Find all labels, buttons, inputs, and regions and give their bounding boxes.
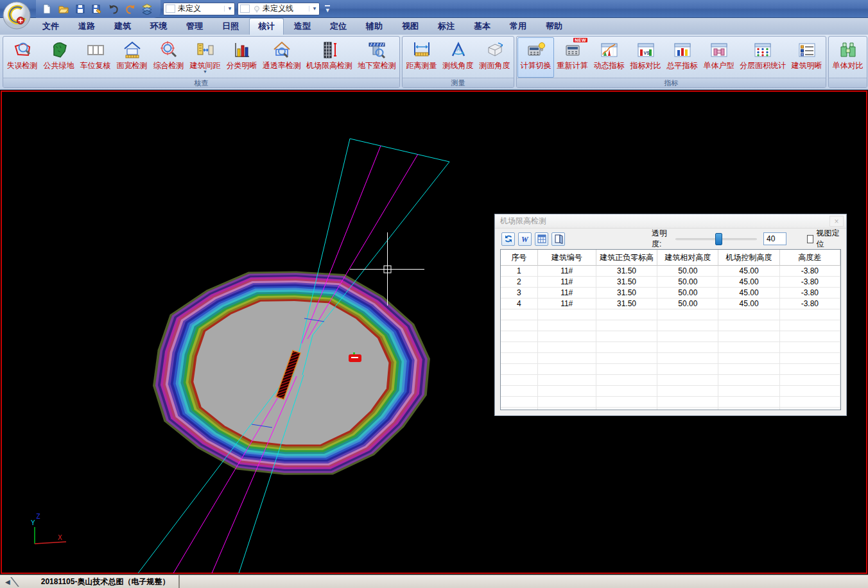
- menu-tab-辅助[interactable]: 辅助: [357, 18, 392, 35]
- ribbon-button-单体对比[interactable]: 单体对比: [829, 37, 866, 78]
- ribbon-button-距离测量[interactable]: 距离测量: [403, 37, 440, 78]
- chevron-down-icon[interactable]: ▼: [309, 6, 317, 12]
- ribbon-button-label: 综合检测: [153, 61, 184, 70]
- export-view-button[interactable]: [551, 232, 565, 246]
- redo-icon[interactable]: [123, 2, 137, 16]
- ribbon-button-地下室检测[interactable]: 地下室检测: [355, 37, 399, 78]
- export-excel-button[interactable]: [535, 232, 548, 246]
- column-header: 建筑编号: [538, 250, 596, 266]
- dialog-tool-buttons: W: [501, 232, 568, 246]
- ribbon-button-label: 公共绿地: [44, 61, 74, 70]
- dialog-title-bar[interactable]: 机场限高检测 ×: [495, 214, 846, 229]
- ribbon-button-失误检测[interactable]: 失误检测: [4, 37, 40, 78]
- ribbon-button-label: 车位复核: [80, 61, 111, 70]
- chevron-down-icon[interactable]: ▼: [224, 6, 232, 12]
- save-icon[interactable]: [73, 2, 87, 16]
- table-empty-row[interactable]: [501, 408, 840, 410]
- customize-toolbar-button[interactable]: ▼: [325, 5, 331, 13]
- table-empty-row[interactable]: [501, 309, 840, 320]
- table-empty-row[interactable]: [501, 397, 840, 408]
- ribbon-button-指标对比[interactable]: VS指标对比: [627, 37, 664, 78]
- ribbon-button-综合检测[interactable]: 综合检测: [150, 37, 187, 78]
- layer-combo[interactable]: 未定义 ▼: [163, 3, 235, 15]
- viewport-locate-checkbox[interactable]: 视图定位: [807, 228, 840, 250]
- export-word-button[interactable]: W: [518, 232, 532, 246]
- table-cell: 11#: [538, 298, 596, 309]
- composite-check-icon: [159, 40, 178, 60]
- linetype-combo[interactable]: 未定义线 ▼: [238, 3, 320, 15]
- ribbon-button-动态指标[interactable]: 动态指标: [591, 37, 627, 78]
- menu-tab-日照[interactable]: 日照: [213, 18, 248, 35]
- menu-tab-常用[interactable]: 常用: [501, 18, 535, 35]
- table-cell: [501, 364, 538, 375]
- menu-tab-造型[interactable]: 造型: [285, 18, 320, 35]
- ribbon-button-label: 失误检测: [7, 61, 38, 70]
- ribbon-button-机场限高检测[interactable]: 机场限高检测: [304, 37, 355, 78]
- table-row[interactable]: 111#31.5050.0045.00-3.80: [501, 266, 840, 277]
- table-row[interactable]: 311#31.5050.0045.00-3.80: [501, 288, 840, 298]
- table-empty-row[interactable]: [501, 331, 840, 342]
- open-folder-icon[interactable]: [56, 2, 71, 16]
- table-empty-row[interactable]: [501, 342, 840, 353]
- refresh-button[interactable]: [501, 232, 515, 246]
- svg-text:VS: VS: [643, 51, 650, 55]
- table-row[interactable]: 411#31.5050.0045.00-3.80: [501, 298, 840, 309]
- menu-tab-bar: 文件道路建筑环境管理日照核计造型定位辅助视图标注基本常用帮助: [0, 18, 868, 35]
- menu-tab-环境[interactable]: 环境: [141, 18, 176, 35]
- table-cell: [718, 320, 779, 331]
- layers-icon[interactable]: [140, 2, 154, 16]
- ribbon-button-通透率检测[interactable]: 通透率检测: [260, 37, 304, 78]
- drawing-tab[interactable]: 20181105-奥山技术总图（电子规整）: [32, 575, 180, 588]
- ribbon-button-公共绿地[interactable]: 公共绿地: [40, 37, 77, 78]
- close-icon[interactable]: ×: [829, 216, 844, 227]
- ribbon-button-重新计算[interactable]: 重新计算NEW: [554, 37, 591, 78]
- menu-tab-建筑[interactable]: 建筑: [105, 18, 140, 35]
- table-cell: 45.00: [718, 288, 779, 298]
- ribbon-group-label: [829, 78, 867, 87]
- slider-thumb[interactable]: [715, 233, 722, 245]
- ribbon-button-车位复核[interactable]: 车位复核: [77, 37, 114, 78]
- ribbon-button-总平指标[interactable]: 总平指标: [664, 37, 700, 78]
- opacity-input[interactable]: [763, 232, 786, 245]
- menu-tab-文件[interactable]: 文件: [33, 18, 68, 35]
- ribbon-button-面宽检测[interactable]: 面宽检测: [114, 37, 150, 78]
- ribbon-button-建筑间距[interactable]: 建筑间距▼: [187, 37, 223, 78]
- status-bar: ◀ 20181105-奥山技术总图（电子规整）: [0, 575, 868, 588]
- tab-scroll-left-icon[interactable]: ◀: [5, 578, 10, 585]
- ribbon-button-建筑明晰[interactable]: 建筑明晰: [788, 37, 825, 78]
- menu-tab-标注[interactable]: 标注: [429, 18, 464, 35]
- checkbox-box[interactable]: [807, 235, 813, 243]
- table-cell: [780, 408, 840, 410]
- table-cell: [596, 408, 657, 410]
- table-empty-row[interactable]: [501, 320, 840, 331]
- app-logo-button[interactable]: [2, 1, 31, 30]
- menu-tab-定位[interactable]: 定位: [321, 18, 356, 35]
- save-as-icon[interactable]: [90, 2, 104, 16]
- table-empty-row[interactable]: [501, 364, 840, 375]
- undo-icon[interactable]: [107, 2, 121, 16]
- menu-tab-视图[interactable]: 视图: [393, 18, 428, 35]
- menu-tab-管理[interactable]: 管理: [177, 18, 212, 35]
- ribbon-button-测面角度[interactable]: 测面角度: [476, 37, 513, 78]
- ribbon-button-测线角度[interactable]: A测线角度: [440, 37, 476, 78]
- menu-tab-核计[interactable]: 核计: [249, 18, 284, 35]
- menu-tab-道路[interactable]: 道路: [69, 18, 104, 35]
- opacity-label: 透明度:: [652, 228, 672, 250]
- ribbon-button-分类明晰[interactable]: 分类明晰: [223, 37, 260, 78]
- svg-text:W: W: [521, 235, 529, 244]
- ribbon-button-label: 单体对比: [833, 61, 864, 70]
- table-empty-row[interactable]: [501, 353, 840, 364]
- menu-tab-基本[interactable]: 基本: [465, 18, 499, 35]
- table-cell: [718, 386, 779, 397]
- menu-tab-帮助[interactable]: 帮助: [537, 18, 571, 35]
- table-empty-row[interactable]: [501, 386, 840, 397]
- new-doc-icon[interactable]: [40, 2, 54, 16]
- ribbon-button-计算切换[interactable]: 计算切换: [517, 37, 554, 78]
- ribbon-button-分层面积统计[interactable]: 分层面积统计: [737, 37, 788, 78]
- ribbon-button-单体户型[interactable]: 单体户型: [700, 37, 737, 78]
- chevron-down-icon[interactable]: ▼: [203, 70, 207, 74]
- table-row[interactable]: 211#31.5050.0045.00-3.80: [501, 277, 840, 288]
- table-empty-row[interactable]: [501, 375, 840, 386]
- result-table[interactable]: 序号建筑编号建筑正负零标高建筑相对高度机场控制高度高度差111#31.5050.…: [500, 249, 841, 410]
- opacity-slider[interactable]: [675, 233, 757, 245]
